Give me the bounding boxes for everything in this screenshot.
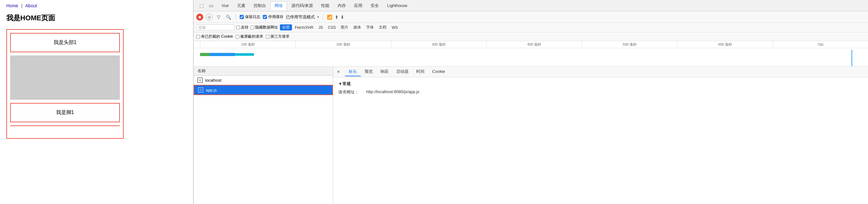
cursor-icon[interactable]: ⬚ — [198, 2, 205, 9]
request-item-appjs[interactable]: ⊡ app.js — [194, 85, 333, 95]
ruler-100ms: 100 毫秒 — [200, 41, 296, 48]
clear-button[interactable]: ⊘ — [206, 13, 213, 21]
third-party-label: 第三方请求 — [271, 34, 289, 39]
third-party-checkbox[interactable]: 第三方请求 — [266, 34, 289, 39]
tab-source[interactable]: 源代码/来源 — [287, 2, 317, 10]
device-icon[interactable]: ▭ — [208, 2, 215, 9]
record-stop-button[interactable]: ■ — [196, 13, 203, 21]
tab-security[interactable]: 安全 — [367, 2, 383, 10]
wifi-icon: 📶 — [327, 14, 332, 20]
ruler-600ms: 600 毫秒 — [677, 41, 773, 48]
network-toolbar: ■ ⊘ ▽ 🔍 保留日志 停用缓存 已停用节流模式 ▾ 📶 ⬆ ⬇ — [194, 11, 868, 23]
detail-tab-headers[interactable]: 标头 — [345, 67, 361, 76]
filter-types: 全部 Fetch/XHR JS CSS 图片 媒体 字体 文档 WS — [280, 24, 400, 30]
filter-button[interactable]: ▽ — [215, 13, 222, 21]
nav-links: Home | About — [6, 3, 187, 8]
content-area — [10, 56, 120, 100]
timeline-area: 100 毫秒 200 毫秒 300 毫秒 400 毫秒 500 毫秒 600 毫… — [194, 41, 868, 67]
ruler-400ms: 400 毫秒 — [486, 41, 582, 48]
timeline-ruler: 100 毫秒 200 毫秒 300 毫秒 400 毫秒 500 毫秒 600 毫… — [194, 41, 868, 48]
tab-vue[interactable]: Vue — [218, 2, 233, 9]
filter-fetch-xhr-button[interactable]: Fetch/XHR — [292, 25, 316, 30]
toolbar-sep-1 — [236, 14, 236, 20]
detail-row-url: 请求网址： http://localhost:8080/js/app.js — [338, 89, 863, 95]
filter-doc-button[interactable]: 文档 — [377, 24, 389, 30]
download-icon[interactable]: ⬇ — [340, 14, 344, 20]
filter-ws-button[interactable]: WS — [389, 25, 400, 30]
detail-section-general: ▼常规 — [338, 81, 863, 87]
tab-console[interactable]: 控制台 — [250, 2, 270, 10]
hide-data-url-label: 隐藏数据网址 — [255, 25, 278, 30]
page-title: 我是HOME页面 — [6, 13, 187, 23]
timeline-bars — [200, 53, 254, 56]
timeline-graph — [194, 48, 868, 66]
ruler-700: 700 — [773, 41, 868, 48]
hide-data-url-input[interactable] — [250, 26, 254, 30]
filter-font-button[interactable]: 字体 — [364, 24, 376, 30]
invert-label: 反转 — [241, 25, 249, 30]
about-link[interactable]: About — [25, 3, 37, 8]
tab-elements[interactable]: 元素 — [233, 2, 249, 10]
preserve-log-checkbox[interactable]: 保留日志 — [240, 14, 260, 20]
third-party-input[interactable] — [266, 35, 270, 39]
disable-cache-input[interactable] — [263, 15, 267, 19]
hide-data-url-checkbox[interactable]: 隐藏数据网址 — [250, 25, 278, 30]
detail-tab-initiator[interactable]: 启动器 — [393, 67, 412, 76]
intercepted-cookies-input[interactable] — [196, 35, 200, 39]
filter-input-box[interactable]: 过滤 — [196, 24, 234, 30]
request-icon-appjs: ⊡ — [198, 88, 203, 93]
filter-js-button[interactable]: JS — [316, 25, 325, 30]
filter-all-button[interactable]: 全部 — [280, 24, 292, 30]
preserve-log-label: 保留日志 — [245, 14, 260, 20]
layout-box: 我是头部1 我是脚1 — [6, 29, 124, 139]
nav-separator: | — [21, 3, 23, 8]
request-icon-localhost: ≡ — [197, 78, 203, 83]
invert-checkbox[interactable]: 反转 — [236, 25, 249, 30]
upload-icon[interactable]: ⬆ — [335, 14, 339, 20]
throttle-arrow-icon: ▾ — [317, 15, 319, 19]
request-list-header: 名称 — [194, 67, 333, 76]
blocked-requests-label: 被屏蔽的请求 — [240, 34, 263, 39]
preserve-log-input[interactable] — [240, 15, 244, 19]
detail-tab-cookie[interactable]: Cookie — [428, 68, 448, 76]
home-link[interactable]: Home — [6, 3, 18, 8]
request-item-localhost[interactable]: ≡ localhost — [194, 76, 333, 85]
disable-cache-label: 停用缓存 — [268, 14, 283, 20]
filter-placeholder: 过滤 — [198, 25, 206, 30]
filter-media-button[interactable]: 媒体 — [351, 24, 363, 30]
intercepted-cookies-checkbox[interactable]: 有已拦截的 Cookie — [196, 34, 233, 39]
detail-tab-timing[interactable]: 时间 — [412, 67, 428, 76]
tab-network[interactable]: 网络 — [271, 1, 287, 10]
bar-green — [200, 53, 210, 56]
search-button[interactable]: 🔍 — [225, 13, 232, 21]
detail-label-url: 请求网址： — [338, 89, 364, 95]
devtools-tabs-bar: ⬚ ▭ Vue 元素 控制台 网络 源代码/来源 性能 内存 应用 安全 Lig… — [194, 0, 868, 11]
detail-close-button[interactable]: × — [336, 68, 341, 75]
detail-value-url: http://localhost:8080/js/app.js — [366, 89, 420, 95]
request-name-localhost: localhost — [205, 78, 221, 83]
devtools-icons-left: ⬚ ▭ — [195, 2, 217, 9]
request-name-appjs: app.js — [206, 88, 217, 93]
tab-lighthouse[interactable]: Lighthouse — [383, 2, 411, 9]
tab-memory[interactable]: 内存 — [334, 2, 350, 10]
upload-download-icons: ⬆ ⬇ — [335, 14, 344, 20]
detail-panel: × 标头 预览 响应 启动器 时间 Cookie ▼常规 请求网址： http:… — [333, 67, 868, 204]
detail-tab-preview[interactable]: 预览 — [361, 67, 377, 76]
blocked-requests-input[interactable] — [236, 35, 239, 39]
bar-blue — [210, 53, 235, 56]
blocked-requests-checkbox[interactable]: 被屏蔽的请求 — [236, 34, 263, 39]
network-main: 名称 ≡ localhost ⊡ app.js × 标头 预览 响应 启动器 时… — [194, 67, 868, 204]
ruler-500ms: 500 毫秒 — [582, 41, 677, 48]
detail-tab-response[interactable]: 响应 — [377, 67, 393, 76]
filter-css-button[interactable]: CSS — [326, 25, 338, 30]
devtools-panel: ⬚ ▭ Vue 元素 控制台 网络 源代码/来源 性能 内存 应用 安全 Lig… — [193, 0, 868, 204]
timeline-spike — [851, 50, 852, 67]
disable-cache-checkbox[interactable]: 停用缓存 — [263, 14, 283, 20]
bottom-red-bar — [10, 126, 120, 135]
tab-performance[interactable]: 性能 — [317, 2, 333, 10]
filter-img-button[interactable]: 图片 — [339, 24, 351, 30]
tab-application[interactable]: 应用 — [350, 2, 366, 10]
toolbar-sep-2 — [323, 14, 323, 20]
invert-input[interactable] — [236, 26, 240, 30]
throttle-label: 已停用节流模式 — [286, 14, 315, 20]
